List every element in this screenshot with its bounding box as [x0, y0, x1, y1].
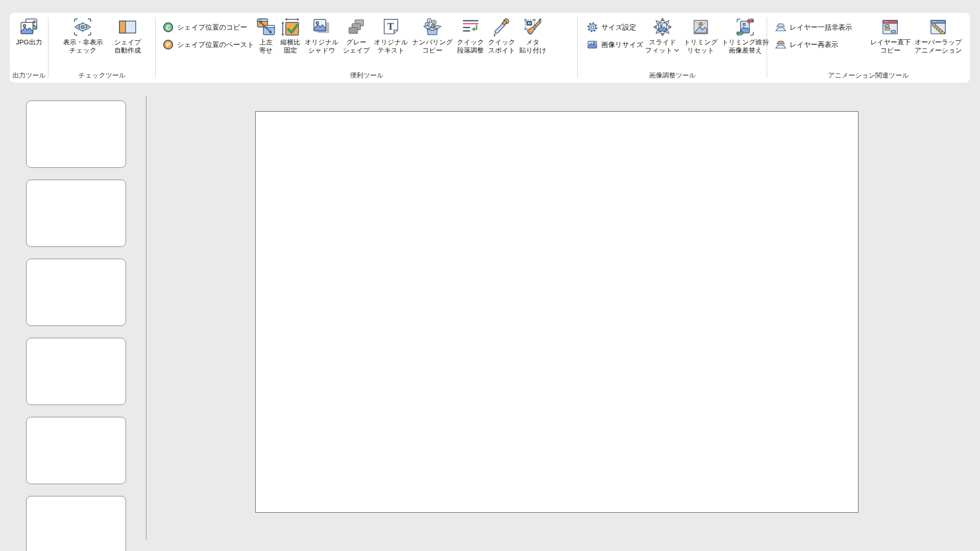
trim-keep-replace-icon — [735, 17, 755, 37]
quick-paragraph-icon — [460, 17, 481, 37]
image-resize-icon — [587, 39, 598, 50]
dropdown-chevron-icon — [674, 48, 679, 52]
visibility-check-button[interactable]: 表示・非表示 チェック — [61, 17, 104, 54]
jpg-export-label: JPG出力 — [16, 38, 42, 46]
aspect-ratio-lock-label-1: 縦横比 — [281, 38, 301, 46]
copy-position-c-badge-icon: C — [163, 22, 174, 33]
ribbon-group-output: JPG出力 出力ツール — [10, 13, 48, 83]
numbering-copy-icon: 1234 — [422, 17, 443, 37]
quick-paragraph-label-1: クイック — [457, 38, 484, 46]
size-settings-label: サイズ設定 — [601, 23, 636, 32]
image-resize-button[interactable]: 画像リサイズ — [587, 39, 643, 50]
layers-show-label: レイヤー再表示 — [790, 40, 838, 49]
meta-paste-button[interactable]: AI メタ 貼り付け — [518, 17, 548, 54]
quick-paragraph-button[interactable]: クイック 段落調整 — [455, 17, 485, 54]
layers-hide-all-label: レイヤー一括非表示 — [790, 23, 852, 32]
align-top-left-button[interactable]: 上左 寄せ — [254, 17, 278, 54]
trim-reset-button[interactable]: トリミング リセット — [682, 17, 719, 54]
original-shadow-icon — [311, 17, 332, 37]
slide-thumbnail-6[interactable] — [26, 496, 126, 551]
gear-icon — [587, 22, 598, 33]
numbering-copy-button[interactable]: 1234 ナンバリング コピー — [410, 17, 454, 54]
paste-shape-position-button[interactable]: P シェイプ位置のペースト — [163, 39, 254, 50]
align-top-left-icon — [256, 17, 276, 37]
layers-show-icon — [775, 39, 786, 50]
jpg-export-button[interactable]: JPG出力 — [14, 17, 43, 46]
slide-thumbnail-4[interactable] — [26, 338, 126, 405]
numbering-copy-label-2: コピー — [412, 46, 453, 55]
shape-auto-create-icon — [117, 17, 138, 37]
ribbon-group-animation: レイヤー一括非表示 レイヤー再表示 — [767, 13, 970, 83]
slide-thumbnail-1[interactable] — [26, 101, 126, 168]
visibility-check-label-2: チェック — [63, 46, 103, 55]
visibility-check-label-1: 表示・非表示 — [63, 38, 103, 46]
original-shadow-label-2: シャドウ — [305, 46, 339, 55]
shape-auto-create-button[interactable]: シェイプ 自動作成 — [112, 17, 142, 54]
trim-keep-replace-label-1: トリミング維持 — [722, 38, 769, 46]
copy-shape-position-label: シェイプ位置のコピー — [177, 23, 247, 32]
slide-canvas[interactable] — [255, 111, 859, 513]
slide-fit-label-2: フィット — [645, 46, 672, 55]
meta-paste-label-2: 貼り付け — [520, 46, 547, 55]
align-top-left-label-1: 上左 — [259, 38, 273, 46]
ribbon-group-check: 表示・非表示 チェック シェイプ 自動作成 チェックツール — [48, 13, 156, 83]
quick-eyedropper-icon — [492, 17, 512, 37]
svg-text:AI: AI — [527, 21, 531, 25]
jpg-export-icon — [19, 17, 39, 37]
meta-paste-icon: AI — [523, 17, 543, 37]
slide-fit-label-1: スライド — [645, 38, 679, 46]
meta-paste-label-1: メタ — [520, 38, 547, 46]
paste-shape-position-label: シェイプ位置のペースト — [177, 40, 254, 49]
overlap-animation-label-2: アニメーション — [915, 46, 962, 55]
copy-shape-position-button[interactable]: C シェイプ位置のコピー — [163, 22, 247, 33]
visibility-check-icon — [72, 17, 93, 37]
quick-eyedropper-label-2: スポイト — [488, 46, 515, 55]
aspect-ratio-lock-button[interactable]: 縦横比 固定 — [279, 17, 302, 54]
slide-thumbnail-2[interactable] — [26, 180, 126, 247]
svg-text:T: T — [387, 21, 394, 32]
overlap-animation-button[interactable]: オーバーラップ アニメーション — [913, 17, 964, 54]
ribbon-group-image-adjust: サイズ設定 画像リサイズ — [578, 13, 767, 83]
trim-reset-label-1: トリミング — [683, 38, 718, 46]
overlap-animation-icon — [928, 17, 948, 37]
image-resize-label: 画像リサイズ — [601, 40, 643, 49]
layer-copy-below-label-2: コピー — [870, 46, 911, 55]
trim-reset-label-2: リセット — [683, 46, 718, 55]
group-label-convenient: 便利ツール — [156, 71, 578, 80]
layers-hide-all-button[interactable]: レイヤー一括非表示 — [775, 22, 852, 33]
layer-copy-below-button[interactable]: レイヤー直下 コピー — [869, 17, 912, 54]
group-label-image-adjust: 画像調整ツール — [578, 71, 767, 80]
slide-fit-button[interactable]: スライド フィット — [644, 17, 681, 54]
quick-eyedropper-button[interactable]: クイック スポイト — [486, 17, 517, 54]
size-settings-button[interactable]: サイズ設定 — [587, 22, 636, 33]
slide-thumbnail-3[interactable] — [26, 259, 126, 326]
panel-divider — [146, 96, 146, 540]
numbering-copy-label-1: ナンバリング — [412, 38, 453, 46]
quick-paragraph-label-2: 段落調整 — [457, 46, 484, 55]
ribbon-group-convenient: C シェイプ位置のコピー P シェイプ位置のペースト — [156, 13, 578, 83]
shape-auto-create-label-2: 自動作成 — [114, 46, 141, 55]
slide-thumbnail-5[interactable] — [26, 417, 126, 484]
original-text-label-2: テキスト — [374, 46, 408, 55]
aspect-ratio-lock-label-2: 固定 — [281, 46, 301, 55]
gray-shape-button[interactable]: グレー シェイプ — [341, 17, 372, 54]
group-label-check: チェックツール — [48, 71, 156, 80]
group-label-animation: アニメーション関連ツール — [767, 71, 970, 80]
svg-text:C: C — [166, 24, 170, 31]
original-text-icon: T — [381, 17, 401, 37]
gray-shape-icon — [346, 17, 366, 37]
original-text-button[interactable]: T オリジナル テキスト — [373, 17, 410, 54]
shape-auto-create-label-1: シェイプ — [114, 38, 141, 46]
original-text-label-1: オリジナル — [374, 38, 408, 46]
quick-eyedropper-label-1: クイック — [488, 38, 515, 46]
layers-hide-all-icon — [775, 22, 786, 33]
paste-position-p-badge-icon: P — [163, 39, 174, 50]
original-shadow-button[interactable]: オリジナル シャドウ — [303, 17, 340, 54]
slide-fit-icon — [652, 17, 673, 37]
align-top-left-label-2: 寄せ — [259, 46, 273, 55]
trim-keep-replace-button[interactable]: トリミング維持 画像差替え — [720, 17, 771, 54]
ribbon-toolbar: JPG出力 出力ツール — [10, 13, 970, 83]
layer-copy-below-label-1: レイヤー直下 — [870, 38, 911, 46]
gray-shape-label-2: シェイプ — [343, 46, 370, 55]
layers-show-button[interactable]: レイヤー再表示 — [775, 39, 838, 50]
